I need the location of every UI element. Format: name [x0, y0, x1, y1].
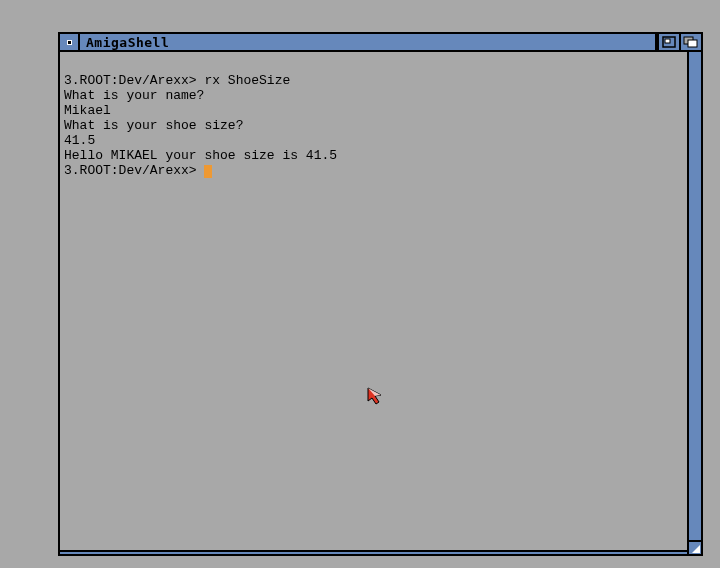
amigashell-window: AmigaShell 3.ROOT:Dev/Arexx> rx ShoeSize… — [58, 32, 703, 556]
depth-gadget[interactable] — [679, 34, 701, 50]
text-cursor — [204, 165, 212, 178]
titlebar[interactable]: AmigaShell — [60, 34, 701, 52]
bottom-border — [60, 550, 687, 554]
terminal-line: What is your name? — [64, 88, 685, 103]
right-border — [687, 52, 701, 554]
terminal-line: 41.5 — [64, 133, 685, 148]
close-icon — [67, 40, 72, 45]
window-title: AmigaShell — [80, 34, 657, 50]
terminal-line: 3.ROOT:Dev/Arexx> rx ShoeSize — [64, 73, 685, 88]
terminal-prompt-line: 3.ROOT:Dev/Arexx> — [64, 163, 685, 178]
resize-gadget[interactable] — [687, 540, 701, 554]
prompt: 3.ROOT:Dev/Arexx> — [64, 163, 204, 178]
terminal-line: Hello MIKAEL your shoe size is 41.5 — [64, 148, 685, 163]
depth-icon — [683, 36, 699, 48]
zoom-icon — [662, 36, 676, 48]
terminal-content[interactable]: 3.ROOT:Dev/Arexx> rx ShoeSizeWhat is you… — [62, 54, 687, 540]
terminal-line: What is your shoe size? — [64, 118, 685, 133]
zoom-gadget[interactable] — [657, 34, 679, 50]
close-gadget[interactable] — [60, 34, 80, 50]
terminal-line: Mikael — [64, 103, 685, 118]
svg-rect-1 — [665, 39, 670, 43]
svg-rect-3 — [688, 40, 697, 47]
